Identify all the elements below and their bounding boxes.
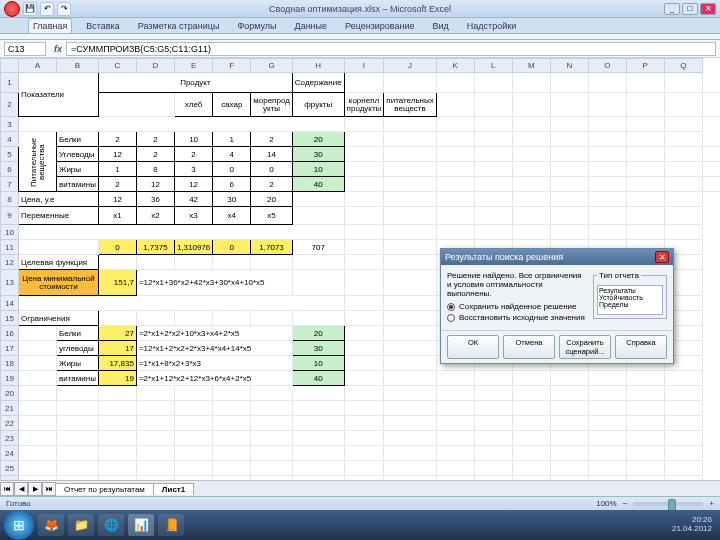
row-header[interactable]: 25 [1,461,19,476]
cell[interactable]: Целевая функция [19,255,99,270]
cell[interactable]: 10 [292,356,344,371]
cell[interactable] [384,73,436,93]
cell[interactable]: 151,7 [98,270,136,296]
cell[interactable] [664,117,702,132]
column-header[interactable]: Q [664,59,702,73]
cell[interactable] [550,73,588,93]
cell[interactable] [174,431,212,446]
cell[interactable]: 20 [292,326,344,341]
cell[interactable]: 40 [292,371,344,386]
cell[interactable]: 20 [251,192,293,207]
dialog-button[interactable]: Отмена [503,335,555,359]
row-header[interactable]: 22 [1,416,19,431]
cell[interactable] [626,162,664,177]
cell[interactable] [344,446,384,461]
cell[interactable] [98,431,136,446]
cell[interactable] [664,401,702,416]
cell[interactable]: Показатели [19,73,99,117]
row-header[interactable]: 14 [1,296,19,311]
taskbar-explorer[interactable]: 📁 [68,514,94,536]
sheet-nav-first[interactable]: ⏮ [0,482,14,496]
cell[interactable]: 12 [98,147,136,162]
cell[interactable]: =12*x1+2*x2+2*x3+4*x4+14*x5 [136,341,292,356]
ribbon-tab[interactable]: Формулы [233,19,280,33]
cell[interactable] [474,225,512,240]
cell[interactable] [344,371,384,386]
column-header[interactable]: H [292,59,344,73]
cell[interactable] [664,162,702,177]
cell[interactable] [512,132,550,147]
cell[interactable] [474,192,512,207]
row-header[interactable]: 9 [1,207,19,225]
cell[interactable] [626,416,664,431]
row-header[interactable]: 1 [1,73,19,93]
cell[interactable] [588,132,626,147]
cell[interactable]: витамины [57,177,99,192]
cell[interactable] [98,93,174,117]
column-header[interactable]: O [588,59,626,73]
cell[interactable] [512,446,550,461]
cell[interactable] [550,93,588,117]
cell[interactable]: 2 [136,132,174,147]
minimize-button[interactable]: _ [664,3,680,15]
cell[interactable] [588,371,626,386]
cell[interactable] [436,73,474,93]
cell[interactable] [213,416,251,431]
cell[interactable]: 36 [136,192,174,207]
cell[interactable] [57,461,99,476]
cell[interactable] [436,461,474,476]
cell[interactable]: углеводы [57,341,99,356]
cell[interactable] [174,311,212,326]
cell[interactable] [57,386,99,401]
cell[interactable] [251,255,293,270]
row-header[interactable]: 6 [1,162,19,177]
cell[interactable]: 2 [98,132,136,147]
cell[interactable] [344,162,384,177]
column-header[interactable]: J [384,59,436,73]
cell[interactable] [474,401,512,416]
dialog-button[interactable]: ОК [447,335,499,359]
cell[interactable]: 17,835 [98,356,136,371]
cell[interactable] [550,371,588,386]
cell[interactable]: 3 [174,162,212,177]
cell[interactable] [588,192,626,207]
cell[interactable]: 17 [98,341,136,356]
cell[interactable] [384,296,436,311]
column-header[interactable]: P [626,59,664,73]
report-option[interactable]: Устойчивость [599,294,661,301]
cell[interactable] [512,461,550,476]
column-header[interactable]: B [57,59,99,73]
cell[interactable] [550,207,588,225]
column-header[interactable]: D [136,59,174,73]
cell[interactable]: x5 [251,207,293,225]
cell[interactable] [57,446,99,461]
cell[interactable] [292,270,344,296]
cell[interactable] [664,177,702,192]
row-header[interactable]: 10 [1,225,19,240]
row-header[interactable]: 16 [1,326,19,341]
cell[interactable]: 1,7073 [251,240,293,255]
column-header[interactable]: F [213,59,251,73]
cell[interactable] [702,162,720,177]
cell[interactable] [436,117,474,132]
cell[interactable] [664,93,702,117]
cell[interactable] [664,371,702,386]
radio-keep-solution[interactable]: Сохранить найденное решение [447,302,587,311]
qat-save[interactable]: 💾 [23,2,37,16]
cell[interactable] [174,255,212,270]
cell[interactable]: =2*x1+2*x2+10*x3+x4+2*x5 [136,326,292,341]
cell[interactable] [664,147,702,162]
name-box[interactable]: C13 [4,42,46,56]
row-header[interactable]: 12 [1,255,19,270]
cell[interactable] [626,93,664,117]
cell[interactable] [588,401,626,416]
cell[interactable] [292,416,344,431]
cell[interactable] [512,416,550,431]
cell[interactable]: 12 [98,192,136,207]
taskbar-firefox[interactable]: 🦊 [38,514,64,536]
cell[interactable] [474,386,512,401]
column-header[interactable]: M [512,59,550,73]
cell[interactable] [436,416,474,431]
cell[interactable] [588,446,626,461]
cell[interactable] [588,93,626,117]
